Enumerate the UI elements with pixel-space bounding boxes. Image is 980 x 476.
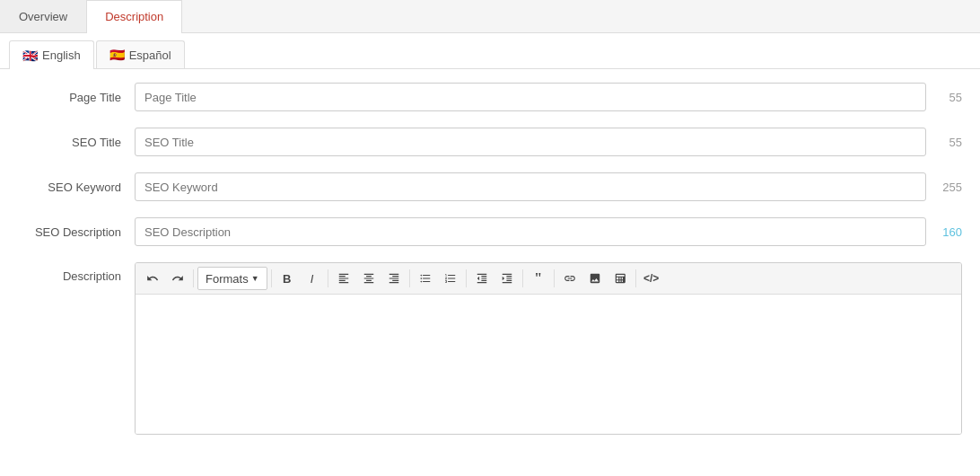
undo-icon [146, 272, 159, 285]
formats-label: Formats [206, 272, 249, 286]
lang-label-english: English [42, 48, 81, 62]
sep-2 [271, 269, 272, 287]
page-title-label: Page Title [18, 91, 135, 104]
editor-toolbar: Formats ▼ B I [136, 263, 961, 295]
flag-espanol: 🇪🇸 [109, 48, 125, 62]
sep-1 [193, 269, 194, 287]
lang-label-espanol: Español [129, 48, 171, 62]
description-row: Description Formats ▼ [18, 262, 962, 435]
align-right-button[interactable] [382, 267, 406, 290]
editor-container: Formats ▼ B I [135, 262, 962, 435]
italic-button[interactable]: I [301, 267, 324, 290]
indent-decrease-button[interactable] [470, 267, 494, 290]
bold-button[interactable]: B [276, 267, 299, 290]
page-title-counter: 55 [926, 91, 962, 104]
content-area: 🇬🇧 English 🇪🇸 Español Page Title 55 SEO … [0, 33, 980, 448]
seo-title-counter: 55 [926, 136, 962, 149]
align-right-icon [388, 272, 400, 285]
seo-title-input[interactable] [135, 128, 926, 156]
tab-description[interactable]: Description [86, 0, 182, 33]
table-button[interactable] [608, 267, 632, 290]
ordered-list-icon [444, 272, 457, 285]
unordered-list-icon [419, 272, 432, 285]
sep-6 [522, 269, 523, 287]
flag-english: 🇬🇧 [22, 48, 38, 63]
link-button[interactable] [558, 267, 582, 290]
page-title-input[interactable] [135, 83, 926, 111]
editor-body[interactable] [136, 295, 961, 434]
source-button[interactable]: </> [640, 267, 663, 290]
formats-caret: ▼ [251, 274, 259, 283]
seo-keyword-label: SEO Keyword [18, 181, 135, 194]
table-icon [614, 272, 626, 285]
seo-keyword-row: SEO Keyword 255 [18, 172, 962, 201]
ordered-list-button[interactable] [439, 267, 462, 290]
blockquote-icon: " [534, 270, 542, 286]
seo-description-counter: 160 [926, 225, 962, 239]
unordered-list-button[interactable] [414, 267, 437, 290]
align-center-icon [363, 272, 375, 285]
seo-description-input[interactable] [135, 217, 926, 246]
sep-4 [409, 269, 410, 287]
tab-overview[interactable]: Overview [0, 0, 86, 32]
language-tabs: 🇬🇧 English 🇪🇸 Español [0, 33, 980, 69]
seo-title-label: SEO Title [18, 136, 135, 149]
source-icon: </> [643, 272, 659, 285]
blockquote-button[interactable]: " [527, 267, 550, 290]
seo-description-row: SEO Description 160 [18, 217, 962, 246]
indent-decrease-icon [476, 272, 488, 285]
undo-button[interactable] [141, 267, 164, 290]
sep-8 [635, 269, 636, 287]
seo-keyword-counter: 255 [926, 181, 962, 194]
top-tabs: Overview Description [0, 0, 980, 33]
seo-keyword-input[interactable] [135, 172, 926, 201]
form-area: Page Title 55 SEO Title 55 SEO Keyword 2… [0, 69, 980, 448]
formats-dropdown[interactable]: Formats ▼ [197, 267, 267, 290]
sep-7 [554, 269, 555, 287]
description-label: Description [18, 262, 135, 283]
indent-increase-button[interactable] [495, 267, 519, 290]
sep-5 [466, 269, 467, 287]
redo-button[interactable] [166, 267, 189, 290]
lang-tab-english[interactable]: 🇬🇧 English [9, 40, 94, 69]
page-title-row: Page Title 55 [18, 83, 962, 111]
indent-increase-icon [501, 272, 513, 285]
align-center-button[interactable] [357, 267, 381, 290]
image-button[interactable] [583, 267, 607, 290]
align-left-button[interactable] [332, 267, 355, 290]
seo-title-row: SEO Title 55 [18, 128, 962, 156]
image-icon [589, 272, 601, 285]
lang-tab-espanol[interactable]: 🇪🇸 Español [96, 40, 185, 68]
sep-3 [328, 269, 328, 287]
align-left-icon [337, 272, 350, 285]
link-icon [564, 272, 576, 285]
redo-icon [171, 272, 184, 285]
seo-description-label: SEO Description [18, 225, 135, 239]
